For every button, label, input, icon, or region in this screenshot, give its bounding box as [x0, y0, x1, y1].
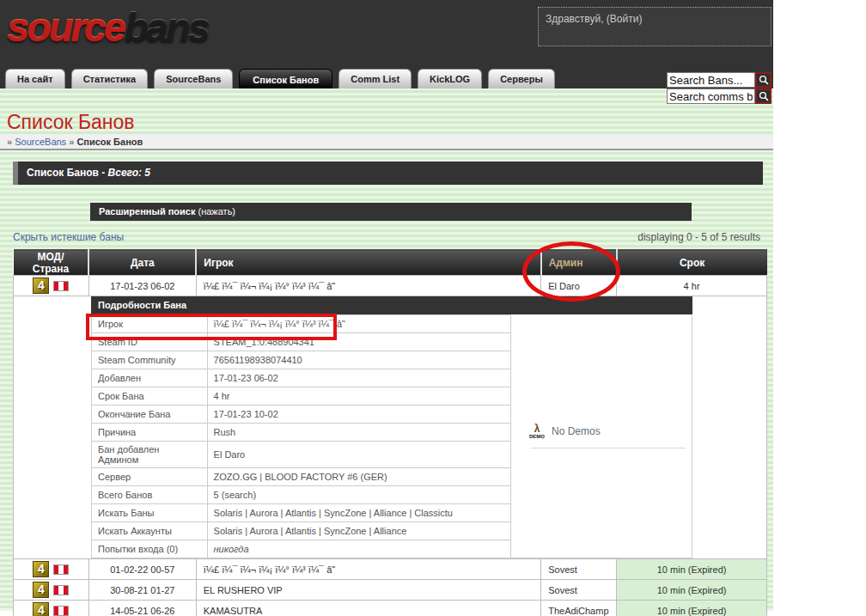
breadcrumb-current: Список Банов: [76, 137, 143, 147]
country-flag-icon: [53, 606, 69, 616]
ban-details-box: Подробности Бана Игрок ï¼£ ï¼¯ ï¼¬ ï¼¡ ï…: [91, 296, 692, 558]
ban-player: EL RUSHERO VIP: [196, 580, 540, 601]
tab-spisok-banov[interactable]: Список Банов: [239, 69, 332, 88]
ban-player: KAMASUTRA: [196, 601, 540, 616]
search-comms-button[interactable]: [755, 88, 771, 104]
ban-details-row: Подробности Бана Игрок ï¼£ ï¼¯ ï¼¬ ï¼¡ ï…: [14, 296, 767, 559]
breadcrumb: » SourceBans » Список Банов: [0, 134, 773, 150]
page-title: Список Банов: [0, 88, 773, 131]
ban-admin: TheAdiChamp: [541, 601, 617, 616]
column-header-admin[interactable]: Админ: [541, 250, 617, 276]
ban-admin: Sovest: [541, 580, 617, 601]
advanced-search-label: Расширенный поиск: [99, 206, 195, 217]
ban-player: ï¼£ ï¼¯ ï¼¬ ï¼¡ ï¼° ï¼³ ï¼¯ â˜: [196, 276, 540, 296]
site-header: sourcebans Здравствуй, (Войти) На сайт С…: [0, 0, 773, 88]
search-comms-input[interactable]: [667, 88, 755, 104]
greeting-text: Здравствуй,: [546, 13, 603, 25]
ban-details-title: Подробности Бана: [91, 296, 692, 314]
tab-kicklog[interactable]: KickLOG: [418, 69, 482, 88]
sourcebans-logo: sourcebans: [7, 2, 208, 53]
search-bans-input[interactable]: [667, 72, 755, 88]
mod-game-icon: 4: [33, 602, 49, 616]
ban-row-0[interactable]: 4 17-01-23 06-02 ï¼£ ï¼¯ ï¼¬ ï¼¡ ï¼° ï¼³…: [14, 276, 767, 296]
mod-game-icon: 4: [33, 582, 49, 598]
ban-duration: 10 min (Expired): [617, 580, 767, 601]
greeting-box: Здравствуй, (Войти): [538, 7, 771, 46]
column-header-mod[interactable]: МОД/Страна: [14, 250, 89, 276]
search-area: [667, 72, 771, 105]
ban-date: 30-08-21 01-27: [88, 580, 196, 601]
breadcrumb-link-sourcebans[interactable]: SourceBans: [15, 137, 66, 147]
ban-admin: Sovest: [541, 559, 617, 580]
logo-source: source: [7, 4, 124, 50]
tab-servery[interactable]: Серверы: [488, 69, 555, 88]
detail-row: Игрок ï¼£ ï¼¯ ï¼¬ ï¼¡ ï¼° ï¼³ ï¼¯ â˜ λ D…: [92, 315, 692, 333]
column-header-player[interactable]: Игрок: [196, 250, 540, 276]
ban-row-2[interactable]: 4 30-08-21 01-27 EL RUSHERO VIP Sovest 1…: [14, 580, 767, 601]
steam-id-value: STEAM_1:0:488904341: [207, 333, 510, 351]
breadcrumb-separator: »: [69, 137, 74, 147]
ban-date: 17-01-23 06-02: [88, 276, 196, 296]
ban-date: 01-02-22 00-57: [88, 559, 196, 580]
list-toolbar: Скрыть истекшие баны displaying 0 - 5 of…: [13, 231, 760, 245]
bans-table: МОД/Страна Дата Игрок Админ Срок 4 17-01…: [13, 249, 767, 616]
ban-duration: 10 min (Expired): [617, 601, 767, 616]
breadcrumb-separator: »: [7, 137, 12, 147]
tab-comm-list[interactable]: Comm List: [338, 69, 412, 88]
ban-date: 14-05-21 06-26: [88, 601, 196, 616]
search-accounts-links[interactable]: Solaris | Aurora | Atlantis | SyncZone |…: [207, 522, 510, 540]
ban-admin: El Daro: [541, 276, 617, 296]
ban-player: ï¼£ ï¼¯ ï¼¬ ï¼¡ ï¼° ï¼³ ï¼¯ â˜: [196, 559, 540, 580]
panel-title-bar: Список Банов - Всего: 5: [13, 162, 763, 185]
country-flag-icon: [53, 585, 69, 595]
ban-details-table: Игрок ï¼£ ï¼¯ ï¼¬ ï¼¡ ï¼° ï¼³ ï¼¯ â˜ λ D…: [91, 314, 692, 558]
advanced-search-bar[interactable]: Расширенный поиск (нажать): [90, 203, 692, 221]
mod-game-icon: 4: [33, 278, 49, 294]
panel-total: Всего: 5: [108, 167, 150, 179]
hide-expired-link[interactable]: Скрыть истекшие баны: [13, 231, 124, 245]
demo-divider: [531, 448, 686, 448]
tab-sourcebans[interactable]: SourceBans: [154, 69, 233, 88]
advanced-search-hint: (нажать): [195, 206, 235, 217]
panel-title: Список Банов: [27, 167, 99, 179]
ban-row-1[interactable]: 4 01-02-22 00-57 ï¼£ ï¼¯ ï¼¬ ï¼¡ ï¼° ï¼³…: [14, 559, 767, 580]
search-bans-links[interactable]: Solaris | Aurora | Atlantis | SyncZone |…: [207, 504, 510, 522]
nav-tabbar: На сайт Статистика SourceBans Список Бан…: [5, 69, 555, 88]
country-flag-icon: [53, 564, 69, 575]
tab-na-sait[interactable]: На сайт: [5, 69, 65, 88]
sourcebans-page: sourcebans Здравствуй, (Войти) На сайт С…: [0, 0, 773, 611]
table-header-row: МОД/Страна Дата Игрок Админ Срок: [14, 250, 767, 276]
country-flag-icon: [53, 281, 69, 291]
demo-icon: λ DEMO: [529, 424, 545, 439]
column-header-duration[interactable]: Срок: [617, 250, 767, 276]
ban-row-3[interactable]: 4 14-05-21 06-26 KAMASUTRA TheAdiChamp 1…: [14, 601, 767, 616]
demo-cell: λ DEMO No Demos: [510, 315, 692, 558]
logo-bans: bans: [124, 4, 208, 50]
ban-duration: 4 hr: [617, 276, 767, 296]
mod-game-icon: 4: [33, 561, 49, 577]
search-bans-button[interactable]: [755, 72, 771, 88]
results-count: displaying 0 - 5 of 5 results: [637, 231, 760, 245]
magnifier-icon: [759, 75, 769, 85]
no-demos-label: No Demos: [552, 425, 601, 437]
total-bans-search-link[interactable]: 5 (search): [207, 486, 510, 504]
login-link[interactable]: (Войти): [607, 13, 643, 25]
tab-statistika[interactable]: Статистика: [71, 69, 149, 88]
magnifier-icon: [759, 91, 769, 101]
ban-duration: 10 min (Expired): [617, 559, 767, 580]
column-header-date[interactable]: Дата: [88, 250, 196, 276]
